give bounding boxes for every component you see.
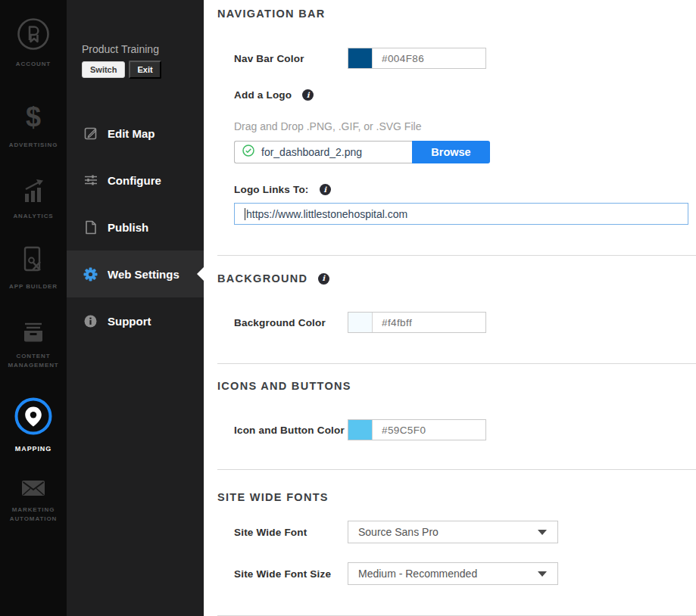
sidebar-item-label: APP BUILDER <box>9 282 58 291</box>
logo-links-info-icon[interactable]: i <box>320 184 331 195</box>
site-wide-font-size-select[interactable]: Medium - Recommended <box>348 562 558 585</box>
nav-item-web-settings[interactable]: Web Settings <box>67 250 204 297</box>
sidebar-item-label: CONTENT MANAGEMENT <box>0 352 67 370</box>
chevron-down-icon <box>538 530 547 535</box>
sidebar-item-label: ANALYTICS <box>13 212 53 221</box>
browse-button[interactable]: Browse <box>412 141 490 163</box>
add-logo-row: Add a Logo i <box>234 89 696 101</box>
bar-chart-icon <box>20 178 47 207</box>
svg-text:$: $ <box>26 102 41 132</box>
section-title: BACKGROUND <box>217 272 307 285</box>
web-settings-panel: NAVIGATION BAR Nav Bar Color #004F86 Add… <box>204 0 696 616</box>
nav-item-label: Support <box>108 315 151 328</box>
nav-bar-color-label: Nav Bar Color <box>234 53 348 64</box>
site-wide-font-size-row: Site Wide Font Size Medium - Recommended <box>234 562 696 585</box>
edit-pencil-icon <box>83 126 98 140</box>
background-color-swatch[interactable] <box>348 313 373 332</box>
site-wide-font-row: Site Wide Font Source Sans Pro <box>234 521 696 543</box>
sidebar-item-label: MARKETING AUTOMATION <box>0 506 67 524</box>
chevron-down-icon <box>538 571 547 577</box>
site-wide-font-size-value: Medium - Recommended <box>358 568 477 580</box>
dropzone-hint: Drag and Drop .PNG, .GIF, or .SVG File <box>234 121 696 132</box>
document-icon <box>83 220 98 235</box>
site-wide-font-value: Source Sans Pro <box>358 526 439 538</box>
section-heading-navigation-bar: NAVIGATION BAR <box>217 0 696 20</box>
map-pin-icon <box>14 397 53 439</box>
switch-button[interactable]: Switch <box>82 61 125 78</box>
site-wide-font-size-label: Site Wide Font Size <box>234 568 348 580</box>
section-heading-site-wide-fonts: SITE WIDE FONTS <box>217 491 696 503</box>
sidebar-item-analytics[interactable]: ANALYTICS <box>0 178 67 221</box>
text-cursor <box>245 208 245 220</box>
nav-item-label: Publish <box>108 221 148 234</box>
site-wide-font-label: Site Wide Font <box>234 527 348 538</box>
sidebar-item-app-builder[interactable]: APP BUILDER <box>0 245 67 291</box>
primary-sidebar: ACCOUNT $ ADVERTISING ANALYTICS <box>0 0 67 616</box>
icon-button-color-row: Icon and Button Color #59C5F0 <box>234 419 696 440</box>
icon-button-color-input[interactable]: #59C5F0 <box>373 420 485 440</box>
phone-tools-icon <box>20 245 47 277</box>
add-logo-info-icon[interactable]: i <box>302 89 314 101</box>
dollar-icon: $ <box>20 102 46 135</box>
nav-bar-color-swatch[interactable] <box>348 48 373 68</box>
background-info-icon[interactable]: i <box>318 273 329 285</box>
sidebar-item-label: MAPPING <box>15 444 51 453</box>
logo-file-dropzone[interactable]: for_dashboard_2.png <box>234 141 412 163</box>
nav-bar-color-input[interactable]: #004F86 <box>373 48 485 68</box>
settings-nav: Edit Map Configure Publish <box>67 110 204 344</box>
background-color-field: #f4fbff <box>348 312 486 333</box>
background-color-label: Background Color <box>234 317 348 328</box>
logo-links-row: Logo Links To: i <box>234 184 696 195</box>
section-divider <box>217 255 696 256</box>
nav-item-publish[interactable]: Publish <box>67 204 204 250</box>
nav-item-edit-map[interactable]: Edit Map <box>67 110 204 157</box>
nav-bar-color-field: #004F86 <box>348 48 486 69</box>
nav-item-label: Web Settings <box>108 268 179 281</box>
uploaded-file-name: for_dashboard_2.png <box>261 146 362 158</box>
nav-item-support[interactable]: Support <box>67 297 204 344</box>
envelope-icon <box>21 479 45 500</box>
info-circle-icon <box>83 315 98 328</box>
logo-links-label: Logo Links To: <box>234 184 309 195</box>
exit-button[interactable]: Exit <box>129 61 161 79</box>
secondary-sidebar: Product Training Switch Exit Edit Map <box>67 0 204 616</box>
section-heading-background: BACKGROUND i <box>217 272 696 285</box>
nav-item-label: Configure <box>108 174 161 187</box>
add-logo-label: Add a Logo <box>234 89 292 101</box>
section-divider <box>217 469 696 470</box>
icon-button-color-field: #59C5F0 <box>348 419 486 440</box>
nav-bar-color-row: Nav Bar Color #004F86 <box>234 48 696 69</box>
icon-button-color-swatch[interactable] <box>348 420 373 440</box>
sidebar-item-label: ACCOUNT <box>16 60 51 69</box>
sliders-icon <box>83 173 98 187</box>
icon-button-color-label: Icon and Button Color <box>234 425 348 436</box>
section-title: SITE WIDE FONTS <box>217 491 329 503</box>
logo-url-input[interactable]: https://www.littlestonehospital.com <box>234 203 688 225</box>
section-title: NAVIGATION BAR <box>217 8 326 20</box>
nav-item-configure[interactable]: Configure <box>67 157 204 204</box>
section-divider <box>217 363 696 364</box>
site-wide-font-select[interactable]: Source Sans Pro <box>348 521 558 543</box>
account-logo-icon <box>16 17 51 54</box>
project-name: Product Training <box>82 43 204 55</box>
section-heading-icons-buttons: ICONS AND BUTTONS <box>217 380 696 392</box>
sidebar-item-content-management[interactable]: CONTENT MANAGEMENT <box>0 321 67 370</box>
logo-upload-control: for_dashboard_2.png Browse <box>234 141 490 163</box>
sidebar-item-marketing-automation[interactable]: MARKETING AUTOMATION <box>0 479 67 524</box>
sidebar-item-label: ADVERTISING <box>9 141 58 150</box>
gear-icon <box>83 267 98 282</box>
sidebar-item-mapping[interactable]: MAPPING <box>0 397 67 453</box>
background-color-input[interactable]: #f4fbff <box>373 313 485 332</box>
active-item-arrow-icon <box>197 267 204 281</box>
background-color-row: Background Color #f4fbff <box>234 312 696 333</box>
section-title: ICONS AND BUTTONS <box>217 380 351 392</box>
archive-box-icon <box>20 321 46 347</box>
sidebar-item-account[interactable]: ACCOUNT <box>0 17 67 69</box>
sidebar-item-advertising[interactable]: $ ADVERTISING <box>0 102 67 150</box>
check-circle-icon <box>242 145 254 160</box>
logo-url-value: https://www.littlestonehospital.com <box>246 208 407 220</box>
project-header: Product Training Switch Exit <box>67 0 204 79</box>
nav-item-label: Edit Map <box>108 127 155 140</box>
